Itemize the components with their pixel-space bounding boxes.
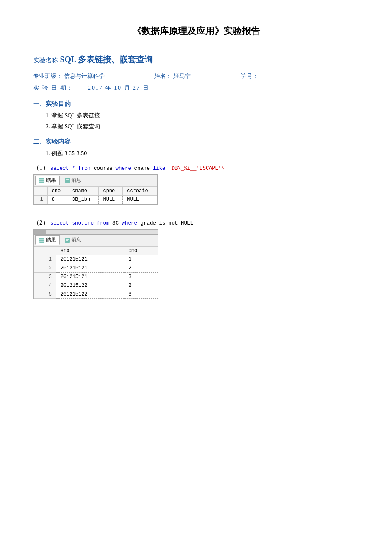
info-row: 专业班级： 信息与计算科学 姓名： 姬马宁 学号：	[33, 73, 359, 80]
row-num2-2: 2	[34, 264, 56, 273]
tab-messages1-label: 消息	[71, 177, 81, 184]
section1-item2: 2. 掌握 SQL 嵌套查询	[46, 123, 359, 130]
exp-name-value: SQL 多表链接、嵌套查询	[60, 55, 153, 64]
table-row: 3 201215121 3	[34, 273, 158, 281]
id-cell: 学号：	[241, 73, 260, 80]
svg-rect-4	[65, 178, 70, 183]
table-row: 4 201215122 2	[34, 281, 158, 290]
result-table2: 结果 消息 sno cno 1 201215121 1 2 20121	[33, 229, 158, 299]
col-ccreate1: ccreate	[123, 187, 157, 196]
cell-sno2-3: 201215121	[56, 273, 124, 281]
svg-rect-0	[39, 178, 44, 183]
message-icon1	[64, 178, 70, 183]
query2-num: （2）	[33, 219, 49, 226]
col-empty2	[34, 247, 56, 255]
section2-title: 二、实验内容	[33, 138, 359, 146]
data-grid2: sno cno 1 201215121 1 2 201215121 2 3 20…	[34, 246, 158, 299]
tab-results1[interactable]: 结果	[35, 176, 60, 185]
message-icon2	[64, 237, 70, 243]
section1-title: 一、实验目的	[33, 100, 359, 108]
svg-rect-11	[65, 238, 70, 243]
col-cname1: cname	[68, 187, 99, 196]
cell-cno2-5: 3	[124, 290, 158, 299]
table-row: 1 201215121 1	[34, 255, 158, 264]
row-num2-1: 1	[34, 255, 56, 264]
cell-sno2-4: 201215122	[56, 281, 124, 290]
experiment-name: 实验名称 SQL 多表链接、嵌套查询	[33, 54, 359, 65]
query2-code: select sno,cno from SC where grade is no…	[50, 220, 193, 226]
cell-cno1: 8	[47, 196, 68, 204]
cell-sno2-2: 201215121	[56, 264, 124, 273]
cell-cno2-4: 2	[124, 281, 158, 290]
tab-messages2[interactable]: 消息	[61, 235, 85, 245]
result-table1: 结果 消息 cno cname cpno ccreate 1 8 DB_ibn …	[33, 174, 158, 205]
scroll-thumb2[interactable]	[34, 230, 46, 234]
table-icon2	[39, 237, 45, 243]
tab-bar1: 结果 消息	[34, 175, 157, 186]
id-label: 学号：	[241, 73, 258, 80]
cell-cno2-2: 2	[124, 264, 158, 273]
row-num2-4: 4	[34, 281, 56, 290]
exp-name-label: 实验名称	[33, 57, 58, 64]
date-label: 实 验 日 期：	[33, 85, 73, 91]
class-cell: 专业班级： 信息与计算科学	[33, 73, 105, 80]
cell-cno2-3: 3	[124, 273, 158, 281]
cell-sno2-1: 201215121	[56, 255, 124, 264]
table-row: 2 201215121 2	[34, 264, 158, 273]
scrollbar2[interactable]	[34, 230, 158, 235]
row-num2-5: 5	[34, 290, 56, 299]
section2-subtitle: 1. 例题 3.35-3.50	[46, 150, 359, 157]
tab-results1-label: 结果	[46, 177, 56, 184]
cell-cpno1: NULL	[99, 196, 123, 204]
tab-bar2: 结果 消息	[34, 235, 158, 246]
cell-ccreate1: NULL	[123, 196, 157, 204]
table-row: 5 201215122 3	[34, 290, 158, 299]
table-row: 1 8 DB_ibn NULL NULL	[34, 196, 157, 204]
class-label: 专业班级：	[33, 73, 62, 80]
student-label: 姓名：	[154, 73, 172, 80]
row-num2-3: 3	[34, 273, 56, 281]
student-value: 姬马宁	[173, 73, 191, 80]
query1-label: （1） select * from course where cname lik…	[33, 164, 359, 172]
student-cell: 姓名： 姬马宁	[154, 73, 191, 80]
cell-cname1: DB_ibn	[68, 196, 99, 204]
section1-item1: 1. 掌握 SQL 多表链接	[46, 112, 359, 120]
cell-cno2-1: 1	[124, 255, 158, 264]
query1-code: select * from course where cname like 'D…	[50, 166, 228, 171]
cell-sno2-5: 201215122	[56, 290, 124, 299]
class-value: 信息与计算科学	[64, 73, 105, 80]
row-num1: 1	[34, 196, 48, 204]
date-value: 2017 年 10 月 27 日	[88, 85, 149, 91]
tab-messages2-label: 消息	[71, 237, 81, 244]
tab-messages1[interactable]: 消息	[61, 176, 85, 185]
col-empty1	[34, 187, 48, 196]
col-cno1: cno	[47, 187, 68, 196]
query2-label: （2） select sno,cno from SC where grade i…	[33, 219, 359, 227]
col-cno2: cno	[124, 247, 158, 255]
table-icon1	[39, 178, 45, 183]
query1-num: （1）	[33, 164, 49, 171]
tab-results2[interactable]: 结果	[35, 235, 60, 245]
date-row: 实 验 日 期： 2017 年 10 月 27 日	[33, 84, 359, 92]
col-sno2: sno	[56, 247, 124, 255]
tab-results2-label: 结果	[46, 237, 56, 244]
data-grid1: cno cname cpno ccreate 1 8 DB_ibn NULL N…	[34, 186, 157, 204]
col-cpno1: cpno	[99, 187, 123, 196]
svg-rect-7	[39, 238, 44, 243]
main-title: 《数据库原理及应用》实验报告	[33, 25, 359, 37]
